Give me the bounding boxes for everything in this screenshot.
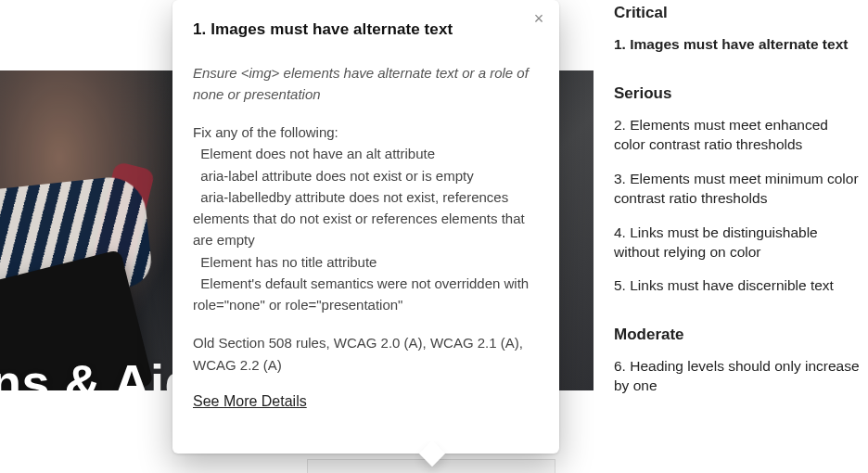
see-more-details-link[interactable]: See More Details	[193, 393, 307, 410]
issue-detail-popup: × 1. Images must have alternate text Ens…	[172, 0, 559, 454]
app-stage: ns & Aid × 1. Images must have alternate…	[0, 0, 868, 473]
issue-list-item[interactable]: 2. Elements must meet enhanced color con…	[614, 116, 861, 155]
issue-list-item[interactable]: 1. Images must have alternate text	[614, 35, 861, 55]
issue-list-item[interactable]: 5. Links must have discernible text	[614, 276, 861, 296]
issues-sidebar: Critical 1. Images must have alternate t…	[605, 0, 868, 473]
issue-title: 1. Images must have alternate text	[193, 20, 537, 39]
issue-list-item[interactable]: 4. Links must be distinguishable without…	[614, 224, 861, 262]
issue-standards: Old Section 508 rules, WCAG 2.0 (A), WCA…	[193, 332, 537, 377]
close-button[interactable]: ×	[528, 7, 550, 30]
severity-heading-moderate: Moderate	[614, 326, 861, 344]
close-icon: ×	[534, 10, 544, 27]
issue-fix-instructions: Fix any of the following: Element does n…	[193, 121, 537, 315]
issue-list-item[interactable]: 6. Heading levels should only increase b…	[614, 357, 861, 396]
severity-heading-serious: Serious	[614, 84, 861, 103]
issue-description: Ensure <img> elements have alternate tex…	[193, 63, 537, 105]
hero-headline-fragment: ns & Aid	[0, 353, 196, 390]
issue-list-item[interactable]: 3. Elements must meet minimum color cont…	[614, 170, 861, 209]
severity-heading-critical: Critical	[614, 4, 861, 22]
